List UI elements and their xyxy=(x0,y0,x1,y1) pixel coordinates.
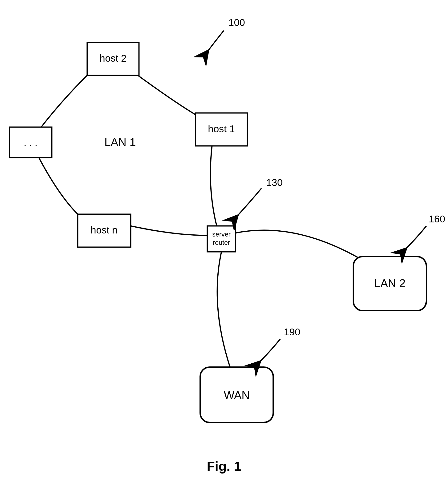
edge-host2-host1 xyxy=(138,75,197,115)
server-router-box: server router xyxy=(207,226,236,252)
lan1-label: LAN 1 xyxy=(104,136,136,148)
edge-host2-ellipsis xyxy=(41,75,87,127)
figure-label: Fig. 1 xyxy=(207,459,241,473)
host1-box: host 1 xyxy=(195,113,247,146)
ref-160: 160 xyxy=(405,213,445,249)
lan2-box: LAN 2 xyxy=(353,257,426,311)
host2-box: host 2 xyxy=(87,42,139,75)
ref-160-label: 160 xyxy=(429,213,445,225)
hostn-box: host n xyxy=(78,214,131,247)
ref-130: 130 xyxy=(237,177,283,216)
ellipsis-box: . . . xyxy=(9,127,52,158)
edge-server-wan xyxy=(217,252,231,369)
host2-label: host 2 xyxy=(100,53,127,64)
ref-100-label: 100 xyxy=(228,17,245,28)
edge-ellipsis-hostn xyxy=(39,158,78,214)
lan2-label: LAN 2 xyxy=(374,277,405,289)
host1-label: host 1 xyxy=(208,123,235,134)
edge-server-lan2 xyxy=(236,230,360,259)
ellipsis-label: . . . xyxy=(24,137,37,148)
server-label-1: server xyxy=(212,231,231,238)
ref-130-label: 130 xyxy=(266,177,283,188)
hostn-label: host n xyxy=(91,225,117,236)
ref-190-label: 190 xyxy=(284,326,300,337)
wan-label: WAN xyxy=(224,389,250,401)
server-label-2: router xyxy=(213,239,230,246)
ref-100: 100 xyxy=(207,17,245,52)
ref-190: 190 xyxy=(259,326,300,363)
edge-host1-server xyxy=(210,146,217,226)
wan-box: WAN xyxy=(200,367,273,423)
edge-hostn-server xyxy=(131,226,207,235)
